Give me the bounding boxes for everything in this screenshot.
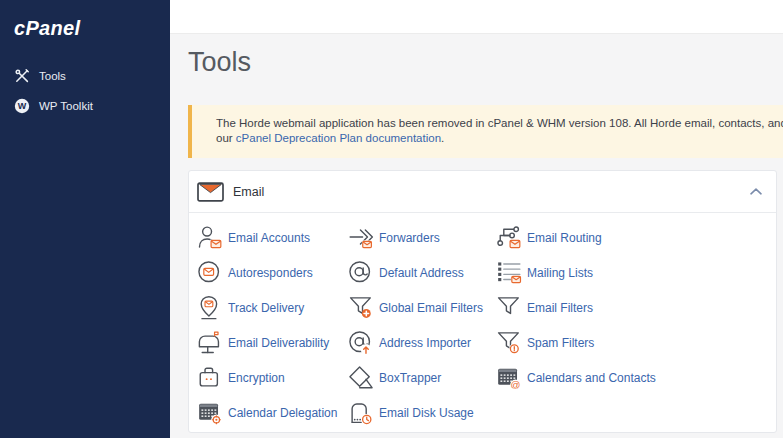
email-disk-usage-icon	[348, 400, 374, 425]
tool-link-email-routing[interactable]: Email Routing	[496, 220, 776, 255]
calendar-delegation-icon	[197, 400, 223, 425]
sidebar-item-wp-toolkit[interactable]: WWP Toolkit	[0, 91, 170, 121]
tool-link-track-delivery[interactable]: Track Delivery	[197, 290, 348, 325]
banner-text-suffix: .	[441, 132, 444, 144]
tools-icon	[14, 68, 30, 84]
global-email-filters-icon	[348, 295, 374, 320]
chevron-up-icon[interactable]	[750, 188, 762, 195]
svg-text:W: W	[18, 101, 27, 111]
tool-link-email-accounts[interactable]: Email Accounts	[197, 220, 348, 255]
tool-label: Address Importer	[379, 336, 471, 350]
tool-label: Forwarders	[379, 231, 440, 245]
sidebar-item-tools[interactable]: Tools	[0, 61, 170, 91]
boxtrapper-icon	[348, 365, 374, 390]
spam-filters-icon	[496, 330, 522, 355]
tool-link-email-filters[interactable]: Email Filters	[496, 290, 776, 325]
tool-link-forwarders[interactable]: Forwarders	[348, 220, 496, 255]
tool-label: Email Filters	[527, 301, 593, 315]
deprecation-plan-link[interactable]: cPanel Deprecation Plan documentation	[236, 132, 441, 144]
tool-label: Email Disk Usage	[379, 406, 474, 420]
sidebar-item-label: WP Toolkit	[39, 100, 93, 112]
sidebar: cPanel ToolsWWP Toolkit	[0, 0, 170, 438]
autoresponders-icon	[197, 260, 223, 285]
tool-link-address-importer[interactable]: Address Importer	[348, 325, 496, 360]
tool-link-calendars-and-contacts[interactable]: @Calendars and Contacts	[496, 360, 776, 395]
track-delivery-icon	[197, 295, 223, 320]
tool-link-autoresponders[interactable]: Autoresponders	[197, 255, 348, 290]
top-bar	[170, 0, 783, 34]
main-content: Tools The Horde webmail application has …	[170, 34, 783, 438]
banner-text-prefix: our	[216, 132, 236, 144]
email-section-card: Email Email AccountsForwardersEmail Rout…	[188, 170, 777, 433]
address-importer-icon	[348, 330, 374, 355]
cpanel-logo[interactable]: cPanel	[14, 17, 170, 40]
email-filters-icon	[496, 295, 522, 320]
tool-link-calendar-delegation[interactable]: Calendar Delegation	[197, 395, 348, 430]
tool-label: Email Deliverability	[228, 336, 329, 350]
email-accounts-icon	[197, 225, 223, 250]
sidebar-nav: ToolsWWP Toolkit	[0, 61, 170, 121]
tool-label: Calendars and Contacts	[527, 371, 656, 385]
email-section-header[interactable]: Email	[189, 171, 776, 213]
envelope-icon	[197, 182, 224, 202]
email-tools-grid: Email AccountsForwardersEmail RoutingAut…	[189, 213, 776, 430]
default-address-icon	[348, 260, 374, 285]
tool-label: Spam Filters	[527, 336, 594, 350]
sidebar-item-label: Tools	[39, 70, 66, 82]
svg-text:@: @	[510, 379, 520, 390]
tool-link-email-deliverability[interactable]: Email Deliverability	[197, 325, 348, 360]
encryption-icon	[197, 365, 223, 390]
mailing-lists-icon	[496, 260, 522, 285]
tool-label: Default Address	[379, 266, 464, 280]
page-title: Tools	[188, 47, 251, 78]
email-routing-icon	[496, 225, 522, 250]
wordpress-icon: W	[14, 98, 30, 114]
banner-text-line2: our cPanel Deprecation Plan documentatio…	[216, 131, 783, 146]
tool-label: Encryption	[228, 371, 285, 385]
tool-label: Track Delivery	[228, 301, 304, 315]
calendars-contacts-icon: @	[496, 365, 522, 390]
tool-label: Calendar Delegation	[228, 406, 337, 420]
tool-link-mailing-lists[interactable]: Mailing Lists	[496, 255, 776, 290]
tool-link-spam-filters[interactable]: Spam Filters	[496, 325, 776, 360]
tool-label: BoxTrapper	[379, 371, 441, 385]
forwarders-icon	[348, 225, 374, 250]
deprecation-notice-banner: The Horde webmail application has been r…	[188, 105, 783, 158]
banner-text-line1: The Horde webmail application has been r…	[216, 116, 783, 131]
tool-label: Mailing Lists	[527, 266, 593, 280]
tool-link-default-address[interactable]: Default Address	[348, 255, 496, 290]
tool-label: Email Routing	[527, 231, 602, 245]
tool-label: Global Email Filters	[379, 301, 483, 315]
tool-label: Email Accounts	[228, 231, 310, 245]
tool-link-encryption[interactable]: Encryption	[197, 360, 348, 395]
tool-link-global-email-filters[interactable]: Global Email Filters	[348, 290, 496, 325]
tool-link-boxtrapper[interactable]: BoxTrapper	[348, 360, 496, 395]
email-deliverability-icon	[197, 330, 223, 355]
tool-link-email-disk-usage[interactable]: Email Disk Usage	[348, 395, 496, 430]
tool-label: Autoresponders	[228, 266, 313, 280]
email-section-title: Email	[233, 185, 264, 199]
